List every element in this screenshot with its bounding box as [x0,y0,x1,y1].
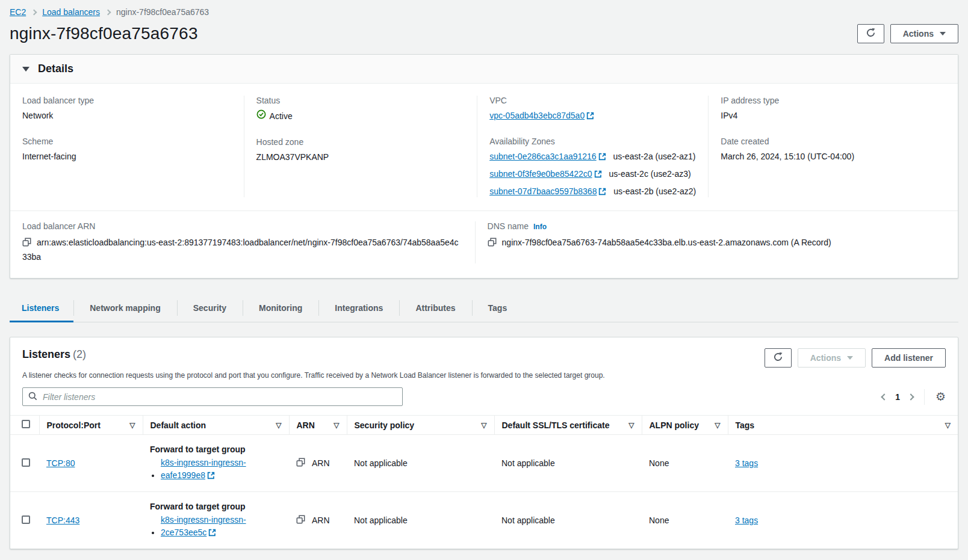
subnet-link-text: subnet-0f3fe9e0be85422c0 [489,169,592,179]
details-title: Details [38,63,73,75]
arn-value: arn:aws:elasticloadbalancing:us-east-2:8… [22,238,459,262]
tab-tags[interactable]: Tags [472,294,524,322]
copy-listener-arn-button[interactable] [296,515,305,526]
previous-page-icon[interactable] [881,393,887,400]
subnet-link[interactable]: subnet-07d7baac9597b8368 [489,186,606,196]
listeners-count: (2) [73,348,86,360]
copy-icon [22,238,31,247]
sort-icon[interactable]: ▽ [334,421,339,429]
caret-down-icon [847,356,853,360]
az-label: Availability Zones [489,137,696,146]
ssl-cert-cell: Not applicable [494,435,642,492]
tags-link[interactable]: 3 tags [735,458,758,468]
subnet-link[interactable]: subnet-0f3fe9e0be85422c0 [489,169,601,179]
tab-integrations[interactable]: Integrations [318,294,399,322]
details-header[interactable]: Details [10,55,958,84]
copy-dns-button[interactable] [488,237,497,250]
row-checkbox[interactable] [22,458,30,467]
az-item: subnet-0f3fe9e0be85422c0 us-east-2c (use… [489,168,696,180]
target-group-text: k8s-ingressn-ingressn-eafe1999e8 [161,458,246,480]
subnet-link-text: subnet-07d7baac9597b8368 [489,186,597,196]
actions-button[interactable]: Actions [890,24,958,43]
col-arn: ARN [297,420,315,430]
breadcrumb-load-balancers[interactable]: Load balancers [42,7,100,17]
vpc-label: VPC [489,96,696,105]
forward-action-title: Forward to target group [150,445,282,454]
target-group-link[interactable]: k8s-ingressn-ingressn-eafe1999e8 [161,457,262,482]
next-page-icon[interactable] [907,393,914,400]
listeners-title-text: Listeners [22,348,70,360]
search-icon [28,392,37,402]
list-item: k8s-ingressn-ingressn-eafe1999e8 [161,457,282,482]
add-listener-button[interactable]: Add listener [872,348,946,368]
external-link-icon [586,112,594,120]
dns-label-text: DNS name [488,221,529,231]
security-policy-cell: Not applicable [347,492,494,549]
sort-icon[interactable]: ▽ [715,421,720,429]
tab-network-mapping[interactable]: Network mapping [73,294,176,322]
table-header-row: Protocol:Port▽ Default action▽ ARN▽ Secu… [10,416,958,435]
az-zone-text: us-east-2c (use2-az3) [609,169,691,179]
dns-label: DNS nameInfo [488,221,946,231]
page-number[interactable]: 1 [895,392,900,402]
subnet-link[interactable]: subnet-0e286ca3c1aa91216 [489,152,606,161]
forward-action-title: Forward to target group [150,502,282,511]
table-row: TCP:80 Forward to target group k8s-ingre… [10,435,958,492]
check-circle-icon [256,109,266,122]
date-created-label: Date created [721,137,946,146]
col-security-policy: Security policy [355,420,415,430]
breadcrumb-ec2[interactable]: EC2 [10,7,26,17]
az-zone-text: us-east-2b (use2-az2) [613,186,696,196]
target-group-link[interactable]: k8s-ingressn-ingressn-2ce753ee5c [161,514,262,539]
arn-cell-text: ARN [312,458,330,468]
select-all-checkbox[interactable] [22,420,30,428]
row-checkbox[interactable] [22,515,30,524]
status-text: Active [270,110,293,122]
tags-link[interactable]: 3 tags [735,515,758,525]
az-zone-text: us-east-2a (use2-az1) [613,152,696,161]
sort-icon[interactable]: ▽ [276,421,281,429]
dns-info-link[interactable]: Info [533,223,547,231]
gear-icon[interactable]: ⚙ [935,391,946,402]
arn-label: Load balancer ARN [22,221,463,231]
col-tags: Tags [736,420,755,430]
dns-value: nginx-7f98cf0ea75a6763-74ab58aa5e4c33ba.… [502,238,831,247]
divider [924,389,925,405]
listeners-description: A listener checks for connection request… [22,371,946,380]
tab-listeners[interactable]: Listeners [10,294,73,322]
breadcrumb-current: nginx-7f98cf0ea75a6763 [116,7,209,17]
external-link-icon [208,529,216,537]
alpn-policy-cell: None [642,492,728,549]
refresh-button[interactable] [857,24,884,43]
tab-security[interactable]: Security [177,294,243,322]
col-protocol-port: Protocol:Port [47,420,101,430]
listener-link[interactable]: TCP:80 [46,458,75,468]
arn-cell-text: ARN [312,515,330,525]
filter-listeners-box [22,387,403,406]
sort-icon[interactable]: ▽ [628,421,634,429]
sort-icon[interactable]: ▽ [481,421,486,429]
tab-monitoring[interactable]: Monitoring [243,294,318,322]
filter-listeners-input[interactable] [42,392,397,402]
status-label: Status [256,96,465,105]
page-title: nginx-7f98cf0ea75a6763 [10,24,198,43]
external-link-icon [207,472,215,479]
col-ssl-cert: Default SSL/TLS certificate [502,420,610,430]
caret-down-icon [940,32,946,35]
copy-arn-button[interactable] [22,237,31,250]
listeners-refresh-button[interactable] [765,348,792,368]
ssl-cert-cell: Not applicable [494,492,642,549]
copy-listener-arn-button[interactable] [296,458,305,469]
sort-icon[interactable]: ▽ [945,421,951,429]
vpc-link[interactable]: vpc-05adb4b3ebc87d5a0 [489,111,594,120]
lb-type-value: Network [22,109,232,122]
collapse-triangle-icon [22,67,29,72]
tab-attributes[interactable]: Attributes [399,294,471,322]
sort-icon[interactable]: ▽ [129,421,135,429]
subnet-link-text: subnet-0e286ca3c1aa91216 [489,152,597,161]
listener-link[interactable]: TCP:443 [46,515,79,525]
lb-type-label: Load balancer type [22,96,232,105]
listeners-actions-button[interactable]: Actions [798,348,866,368]
copy-icon [488,238,497,247]
hosted-zone-label: Hosted zone [256,137,465,147]
